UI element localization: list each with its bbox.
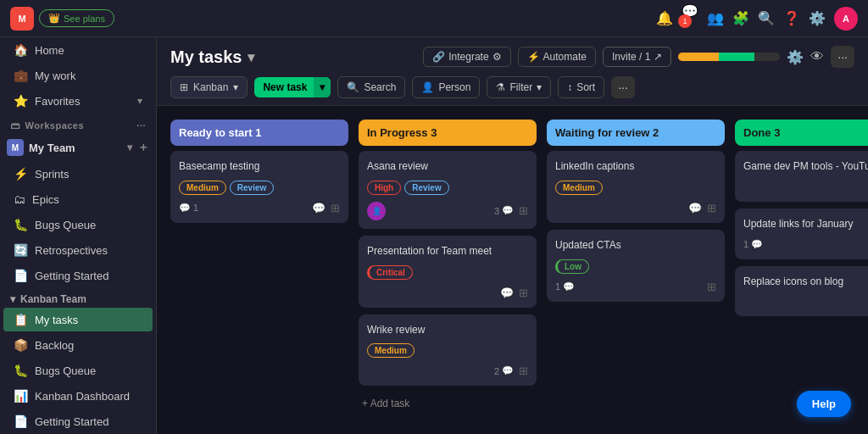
doc2-icon: 📄: [14, 415, 28, 428]
card-avatar: 👤: [367, 202, 386, 220]
see-plans-button[interactable]: 👑 See plans: [39, 9, 114, 27]
sidebar-item-epics[interactable]: 🗂 Epics: [3, 187, 153, 211]
sidebar-item-my-work[interactable]: 💼 My work: [3, 64, 153, 87]
view-icon[interactable]: 👁: [810, 49, 824, 64]
tag-low: Low: [555, 259, 589, 274]
integrate-settings-icon: ⚙: [492, 51, 502, 63]
sidebar-item-kanban-dashboard[interactable]: 📊 Kanban Dashboard: [3, 384, 153, 408]
favorites-icon: ⭐: [14, 94, 28, 108]
card-grid-icon2[interactable]: ⊞: [519, 287, 528, 299]
column-waiting: Waiting for review 2 LinkedIn captions M…: [547, 120, 725, 309]
invite-button[interactable]: Invite / 1 ↗: [603, 47, 671, 67]
card-grid-icon5[interactable]: ⊞: [707, 281, 716, 293]
backlog-icon: 📦: [14, 338, 28, 352]
card-ctas[interactable]: Updated CTAs Low 1 💬 ⊞: [547, 230, 725, 302]
card-update-links[interactable]: Update links for January 1 💬 ⊞: [735, 209, 868, 259]
message-icon[interactable]: 💬1: [682, 3, 698, 33]
kanban-team-label: ▾ Kanban Team: [0, 288, 156, 307]
card-grid-icon[interactable]: ⊞: [331, 202, 340, 214]
card-asana[interactable]: Asana review High Review 👤 3 💬: [359, 151, 537, 229]
integrate-button[interactable]: 🔗 Integrate ⚙: [423, 47, 510, 67]
workspaces-more-icon[interactable]: ···: [136, 120, 146, 131]
grid-icon[interactable]: ⚙️: [809, 10, 826, 26]
card-comment-icon3[interactable]: 💬: [688, 202, 702, 214]
tag-review: Review: [404, 181, 448, 195]
kanban-icon: ⊞: [180, 81, 188, 93]
more-options-button[interactable]: ···: [831, 46, 854, 68]
sidebar-item-backlog[interactable]: 📦 Backlog: [3, 333, 153, 357]
search-icon[interactable]: 🔍: [758, 10, 775, 26]
card-wrike[interactable]: Wrike review Medium 2 💬 ⊞: [359, 314, 537, 387]
tag-critical: Critical: [367, 265, 413, 280]
card-title: Update links for January: [743, 217, 868, 231]
share-icon: ↗: [654, 51, 662, 63]
card-tags: Medium Review: [179, 181, 340, 195]
comment-icon4: 💬: [751, 239, 763, 250]
card-presentation[interactable]: Presentation for Team meet Critical 💬 ⊞: [359, 236, 537, 308]
sort-button[interactable]: ↕ Sort: [558, 76, 604, 98]
kanban-board: Ready to start 1 Basecamp testing Medium…: [157, 106, 868, 434]
sidebar-item-retrospectives[interactable]: 🔄 Retrospectives: [3, 238, 153, 262]
new-task-dropdown-icon[interactable]: ▾: [314, 77, 331, 97]
home-icon: 🏠: [14, 43, 28, 57]
avatar[interactable]: A: [834, 7, 858, 31]
content-header: My tasks ▾ 🔗 Integrate ⚙ ⚡ Automate Invi…: [157, 37, 868, 106]
bugs2-icon: 🐛: [14, 364, 28, 377]
card-tags: High Review: [367, 181, 528, 195]
favorites-chevron-icon: ▾: [137, 95, 142, 107]
sidebar-item-bugs-queue2[interactable]: 🐛 Bugs Queue: [3, 359, 153, 382]
sidebar-item-sprints[interactable]: ⚡ Sprints: [3, 162, 153, 186]
sidebar-item-home[interactable]: 🏠 Home: [3, 38, 153, 62]
column-header-ready: Ready to start 1: [170, 120, 348, 146]
card-comment-icon2[interactable]: 💬: [500, 287, 514, 299]
selector-chevron-icon: ▾: [233, 81, 238, 93]
sidebar-item-getting-started2[interactable]: 📄 Getting Started: [3, 409, 153, 433]
card-replace-icons[interactable]: Replace icons on blog 💬 ⊞: [735, 266, 868, 317]
card-tags: Medium: [555, 181, 716, 195]
search-button[interactable]: 🔍 Search: [337, 76, 405, 98]
help-icon[interactable]: ❓: [783, 10, 800, 26]
page-title: My tasks ▾: [170, 47, 254, 67]
card-grid-icon[interactable]: ⊞: [519, 204, 528, 217]
card-linkedin[interactable]: LinkedIn captions Medium 💬 ⊞: [547, 151, 725, 223]
sidebar-item-getting-started[interactable]: 📄 Getting Started: [3, 264, 153, 287]
add-team-icon[interactable]: ＋: [137, 140, 149, 155]
person-button[interactable]: 👤 Person: [412, 76, 480, 98]
card-basecamp[interactable]: Basecamp testing Medium Review 💬 1: [170, 151, 348, 223]
filter-icon: ⚗: [496, 81, 505, 93]
settings-icon[interactable]: ⚙️: [787, 49, 804, 65]
sidebar-item-my-tasks[interactable]: 📋 My tasks: [3, 308, 153, 331]
card-footer: 2 💬 ⊞: [367, 364, 528, 377]
help-button[interactable]: Help: [797, 391, 851, 417]
card-title: Replace icons on blog: [743, 275, 868, 289]
sidebar-item-favorites[interactable]: ⭐ Favorites ▾: [3, 89, 153, 113]
title-chevron-icon[interactable]: ▾: [248, 49, 254, 65]
apps-icon[interactable]: 🧩: [732, 10, 749, 26]
team-header[interactable]: M My Team ▾ ＋: [0, 134, 156, 161]
toolbar-more-button[interactable]: ···: [611, 76, 635, 98]
column-done: Done 3 Game dev PM tools - YouTube 💬 ⊞: [735, 120, 868, 323]
person-icon: 👤: [421, 81, 434, 93]
sidebar-item-bugs-queue[interactable]: 🐛 Bugs Queue: [3, 213, 153, 236]
column-ready: Ready to start 1 Basecamp testing Medium…: [170, 120, 348, 230]
card-grid-icon4[interactable]: ⊞: [707, 202, 716, 214]
comment-icon2: 💬: [502, 365, 514, 376]
notification-bell-icon[interactable]: 🔔: [656, 10, 673, 26]
card-footer: 💬 1 💬 ⊞: [179, 202, 340, 214]
card-footer: 💬 ⊞: [555, 202, 716, 214]
card-grid-icon3[interactable]: ⊞: [519, 364, 528, 377]
comment-count3: 1 💬: [555, 281, 575, 292]
view-selector[interactable]: ⊞ Kanban ▾: [170, 76, 248, 98]
card-comment-icon[interactable]: 💬: [312, 202, 326, 214]
tasks-icon: 📋: [14, 313, 28, 326]
workspaces-section: 🗃 Workspaces ···: [0, 114, 156, 134]
card-gamedev[interactable]: Game dev PM tools - YouTube 💬 ⊞: [735, 151, 868, 202]
filter-button[interactable]: ⚗ Filter ▾: [487, 76, 551, 98]
card-tags: Critical: [367, 265, 528, 280]
automate-button[interactable]: ⚡ Automate: [518, 47, 596, 67]
bugs-icon: 🐛: [14, 218, 28, 231]
people-icon[interactable]: 👥: [707, 10, 724, 26]
add-task-button[interactable]: + Add task: [359, 392, 537, 415]
comment-icon3: 💬: [563, 281, 575, 292]
new-task-button[interactable]: New task ▾: [254, 77, 331, 97]
